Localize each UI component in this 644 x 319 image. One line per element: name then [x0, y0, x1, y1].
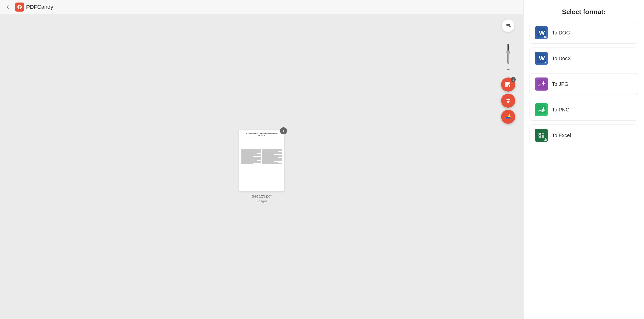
pdf-col-right — [262, 149, 282, 164]
format-excel[interactable]: To Excel — [530, 125, 638, 146]
zoom-slider[interactable] — [507, 44, 509, 64]
pdf-line — [241, 140, 282, 140]
pdf-line — [241, 150, 261, 151]
pdf-line — [262, 152, 282, 153]
pdf-line — [262, 155, 282, 156]
pdf-line — [262, 150, 282, 151]
left-panel: PDFCandy 1 AI Techniques for Detecting a… — [0, 0, 523, 319]
pdf-line — [262, 154, 274, 155]
logo: PDFCandy — [15, 3, 53, 12]
pdf-line — [241, 139, 274, 139]
pdf-line — [262, 159, 282, 160]
pdf-line — [241, 153, 257, 154]
pdf-line — [241, 154, 261, 155]
page-number-badge: 1 — [280, 127, 287, 134]
pdf-line — [262, 163, 282, 164]
svg-rect-3 — [506, 83, 509, 83]
dropbox-button[interactable] — [501, 94, 515, 108]
pdf-line — [241, 159, 261, 160]
svg-point-1 — [19, 8, 20, 9]
pdf-line — [262, 161, 274, 162]
format-doc[interactable]: To DOC — [530, 22, 638, 44]
format-jpg-label: To JPG — [552, 81, 569, 87]
logo-text: PDFCandy — [26, 4, 53, 10]
excel-icon — [535, 129, 548, 142]
back-button[interactable] — [4, 3, 12, 11]
format-png-label: To PNG — [552, 107, 570, 113]
canvas-area: 1 AI Techniques for Detecting and Diagno… — [0, 14, 523, 319]
pdf-col-left — [241, 149, 261, 164]
right-panel: Select format: To DOC — [523, 0, 644, 319]
pdf-line — [241, 148, 266, 148]
pdf-preview-content — [241, 138, 282, 148]
pdf-line — [241, 152, 261, 153]
doc-icon — [535, 26, 548, 39]
right-toolbar: + − 1 — [501, 19, 515, 124]
pdf-line — [241, 160, 257, 161]
add-files-badge: 1 — [511, 77, 516, 82]
format-docx[interactable]: To DocX — [530, 48, 638, 69]
format-excel-label: To Excel — [552, 133, 571, 138]
pdf-preview: AI Techniques for Detecting and Diagnosi… — [239, 130, 284, 191]
pdf-line — [241, 149, 261, 150]
docx-icon — [535, 52, 548, 65]
panel-title: Select format: — [530, 8, 638, 16]
pdf-line — [262, 156, 282, 157]
pdf-line — [262, 149, 282, 150]
app-header: PDFCandy — [0, 0, 523, 14]
zoom-out-button[interactable]: − — [504, 66, 512, 73]
pdf-columns — [241, 149, 282, 164]
google-drive-button[interactable] — [501, 110, 515, 124]
pdf-line — [241, 145, 282, 145]
logo-icon — [15, 3, 24, 12]
pdf-line — [241, 156, 253, 157]
document-container: 1 AI Techniques for Detecting and Diagno… — [239, 130, 284, 203]
pdf-preview-title: AI Techniques for Detecting and Diagnosi… — [241, 132, 282, 137]
format-doc-label: To DOC — [552, 30, 570, 36]
sort-button[interactable] — [502, 19, 515, 32]
svg-rect-4 — [506, 84, 508, 84]
pdf-line — [262, 160, 282, 161]
format-png[interactable]: PNG To PNG — [530, 99, 638, 121]
pdf-line — [241, 157, 261, 158]
pdf-line — [262, 162, 278, 163]
pdf-line — [241, 151, 261, 152]
format-docx-label: To DocX — [552, 56, 571, 61]
pdf-line — [262, 151, 278, 152]
zoom-slider-container — [507, 44, 509, 64]
pdf-line — [262, 158, 282, 159]
pdf-line — [241, 155, 261, 156]
document-pages: 5 pages — [256, 199, 267, 203]
pdf-thumbnail[interactable]: 1 AI Techniques for Detecting and Diagno… — [239, 130, 284, 191]
zoom-in-button[interactable]: + — [504, 34, 512, 42]
pdf-line — [241, 158, 261, 159]
pdf-line — [262, 157, 278, 158]
format-jpg[interactable]: JPG To JPG — [530, 73, 638, 95]
pdf-line — [241, 147, 282, 147]
pdf-line — [241, 162, 261, 163]
pdf-line — [241, 161, 261, 162]
add-files-button[interactable]: 1 — [501, 77, 515, 92]
pdf-line — [241, 163, 253, 164]
pdf-line — [241, 141, 282, 141]
pdf-line — [241, 142, 274, 142]
png-icon: PNG — [535, 103, 548, 116]
pdf-line — [241, 138, 266, 138]
pdf-line — [262, 153, 282, 154]
jpg-icon: JPG — [535, 77, 548, 91]
document-filename: test 123.pdf — [252, 194, 271, 198]
pdf-line — [241, 146, 282, 146]
